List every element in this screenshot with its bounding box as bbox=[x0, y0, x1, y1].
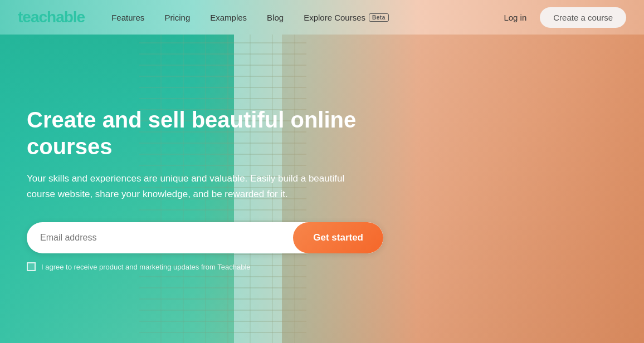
terms-checkbox[interactable] bbox=[27, 262, 36, 271]
email-form: Get started bbox=[27, 222, 383, 253]
nav-pricing[interactable]: Pricing bbox=[164, 13, 190, 22]
nav-blog[interactable]: Blog bbox=[267, 13, 284, 22]
nav-explore-courses[interactable]: Explore Courses Beta bbox=[304, 13, 389, 22]
nav-right: Log in Create a course bbox=[504, 7, 626, 28]
hero-subtitle: Your skills and experiences are unique a… bbox=[27, 171, 350, 202]
site-logo[interactable]: teachable bbox=[18, 8, 85, 26]
nav-features[interactable]: Features bbox=[111, 13, 144, 22]
hero-title: Create and sell beautiful online courses bbox=[27, 106, 394, 160]
hero-content: Create and sell beautiful online courses… bbox=[0, 35, 644, 343]
hero-left: Create and sell beautiful online courses… bbox=[27, 106, 394, 271]
email-input[interactable] bbox=[27, 223, 294, 253]
login-link[interactable]: Log in bbox=[504, 13, 526, 22]
email-input-wrap: Get started bbox=[27, 222, 383, 253]
get-started-button[interactable]: Get started bbox=[293, 222, 383, 253]
create-course-button[interactable]: Create a course bbox=[540, 7, 626, 28]
terms-row: I agree to receive product and marketing… bbox=[27, 262, 394, 271]
navbar: teachable Features Pricing Examples Blog… bbox=[0, 0, 644, 35]
nav-examples[interactable]: Examples bbox=[210, 13, 247, 22]
terms-label: I agree to receive product and marketing… bbox=[41, 263, 251, 271]
nav-links: Features Pricing Examples Blog Explore C… bbox=[111, 13, 504, 22]
hero-section: teachable Features Pricing Examples Blog… bbox=[0, 0, 644, 343]
beta-badge: Beta bbox=[369, 13, 389, 22]
